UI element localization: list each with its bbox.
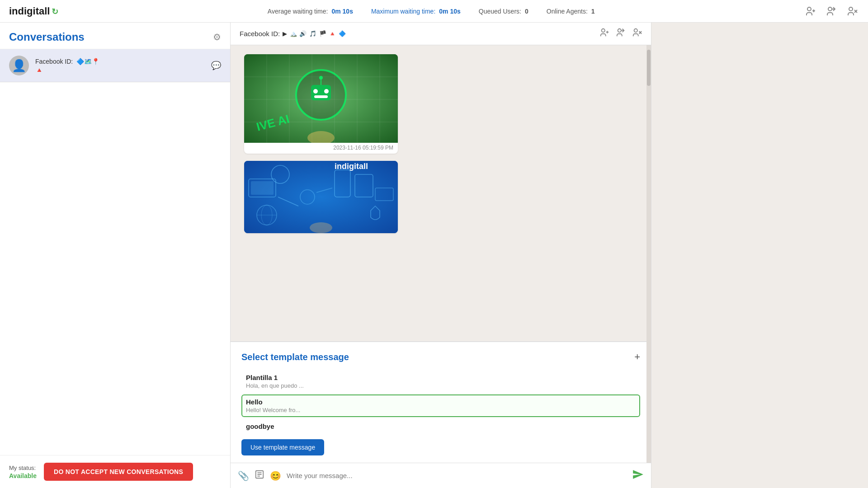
chat-bubble-icon[interactable]: 💬 bbox=[211, 61, 221, 70]
chat-header-id: Facebook ID: ▶ 🏔️ 🔊 🎵 🏴 🔺 🔷 bbox=[240, 30, 346, 38]
template-preview-hello: Hello! Welcome fro... bbox=[246, 407, 636, 413]
top-bar: indigitall↻ Average waiting time: 0m 10s… bbox=[0, 0, 868, 23]
online-agents-stat: Online Agents: 1 bbox=[547, 8, 595, 15]
template-preview-plantilla1: Hola, en que puedo ... bbox=[246, 382, 636, 389]
conv-id: Facebook ID: 🔷🗺️📍 bbox=[35, 58, 205, 65]
logo: indigitall↻ bbox=[9, 5, 58, 17]
main-layout: Conversations ⚙ 👤 Facebook ID: 🔷🗺️📍 🔺 💬 bbox=[0, 23, 868, 488]
template-name-hello: Hello bbox=[246, 398, 636, 406]
top-bar-stats: Average waiting time: 0m 10s Maximum wai… bbox=[268, 8, 595, 15]
template-panel-title: Select template message bbox=[241, 352, 349, 362]
message-1-timestamp: 2023-11-16 05:19:59 PM bbox=[244, 143, 398, 154]
add-template-button[interactable]: + bbox=[634, 351, 640, 363]
my-status: My status: Available bbox=[9, 465, 37, 479]
max-waiting-value: 0m 10s bbox=[439, 8, 460, 15]
message-1-image: IVE AI bbox=[244, 54, 398, 143]
attach-icon[interactable]: 📎 bbox=[238, 470, 249, 481]
svg-point-3 bbox=[828, 7, 832, 11]
svg-point-5 bbox=[849, 7, 853, 11]
send-button[interactable] bbox=[632, 469, 644, 483]
settings-gear-icon[interactable]: ⚙ bbox=[213, 32, 221, 42]
svg-rect-30 bbox=[314, 95, 328, 98]
chat-input-bar: 📎 😊 bbox=[231, 463, 651, 488]
svg-point-0 bbox=[807, 7, 811, 11]
chat-scrollbar-thumb bbox=[647, 50, 651, 86]
sidebar-header: Conversations ⚙ bbox=[0, 23, 230, 49]
sidebar-title: Conversations bbox=[9, 31, 85, 43]
sidebar: Conversations ⚙ 👤 Facebook ID: 🔷🗺️📍 🔺 💬 bbox=[0, 23, 231, 488]
svg-rect-37 bbox=[251, 181, 274, 195]
sidebar-bottom: My status: Available DO NOT ACCEPT NEW C… bbox=[0, 455, 230, 488]
template-name-goodbye: goodbye bbox=[246, 422, 636, 430]
template-item-plantilla1[interactable]: Plantilla 1 Hola, en que puedo ... bbox=[241, 370, 640, 393]
queued-value: 0 bbox=[525, 8, 528, 15]
template-item-hello[interactable]: Hello Hello! Welcome fro... bbox=[241, 394, 640, 417]
close-chat-icon[interactable] bbox=[632, 28, 642, 40]
avatar: 👤 bbox=[9, 56, 29, 75]
template-item-goodbye[interactable]: goodbye bbox=[241, 419, 640, 434]
svg-point-11 bbox=[618, 29, 621, 32]
template-header: Select template message + bbox=[241, 351, 640, 363]
transfer-icon[interactable] bbox=[825, 5, 838, 18]
right-panel bbox=[651, 23, 868, 488]
template-icon[interactable] bbox=[255, 469, 264, 482]
svg-point-29 bbox=[324, 89, 329, 94]
avg-waiting-label: Average waiting time: bbox=[268, 8, 328, 15]
avg-waiting-value: 0m 10s bbox=[331, 8, 353, 15]
conv-icons: 🔺 bbox=[35, 66, 205, 74]
avg-waiting-stat: Average waiting time: 0m 10s bbox=[268, 8, 353, 15]
online-value: 1 bbox=[591, 8, 595, 15]
conversation-item[interactable]: 👤 Facebook ID: 🔷🗺️📍 🔺 💬 bbox=[0, 49, 230, 82]
max-waiting-label: Maximum waiting time: bbox=[371, 8, 435, 15]
top-bar-actions bbox=[804, 5, 859, 18]
conv-info: Facebook ID: 🔷🗺️📍 🔺 bbox=[35, 58, 205, 74]
my-status-value: Available bbox=[9, 472, 37, 479]
chat-scrollbar[interactable] bbox=[646, 45, 651, 463]
chat-messages: IVE AI 2023-11-16 05:19:59 PM bbox=[231, 45, 651, 341]
sidebar-empty bbox=[0, 82, 230, 455]
transfer-chat-icon[interactable] bbox=[616, 28, 626, 40]
svg-point-8 bbox=[602, 29, 605, 32]
message-1-image-bg: IVE AI bbox=[244, 54, 398, 143]
use-template-button[interactable]: Use template message bbox=[241, 439, 324, 455]
template-list: Plantilla 1 Hola, en que puedo ... Hello… bbox=[241, 370, 640, 434]
do-not-accept-button[interactable]: DO NOT ACCEPT NEW CONVERSATIONS bbox=[44, 463, 193, 481]
queued-users-stat: Queued Users: 0 bbox=[479, 8, 528, 15]
avatar-icon: 👤 bbox=[12, 59, 26, 73]
template-name-plantilla1: Plantilla 1 bbox=[246, 374, 636, 381]
chat-header: Facebook ID: ▶ 🏔️ 🔊 🎵 🏴 🔺 🔷 bbox=[231, 23, 651, 45]
message-input[interactable] bbox=[287, 472, 627, 479]
message-1: IVE AI 2023-11-16 05:19:59 PM bbox=[244, 54, 398, 154]
chat-area: Facebook ID: ▶ 🏔️ 🔊 🎵 🏴 🔺 🔷 bbox=[231, 23, 651, 488]
svg-point-28 bbox=[313, 89, 318, 94]
max-waiting-stat: Maximum waiting time: 0m 10s bbox=[371, 8, 461, 15]
chat-header-actions bbox=[599, 28, 642, 40]
emoji-icon[interactable]: 😊 bbox=[270, 470, 281, 481]
message-2: indigitall bbox=[244, 161, 398, 233]
queued-label: Queued Users: bbox=[479, 8, 521, 15]
svg-text:indigitall: indigitall bbox=[335, 162, 368, 171]
logo-icon: ↻ bbox=[52, 7, 58, 16]
add-user-icon[interactable] bbox=[804, 5, 817, 18]
svg-point-47 bbox=[310, 222, 332, 233]
template-panel: Select template message + Plantilla 1 Ho… bbox=[231, 341, 651, 463]
online-label: Online Agents: bbox=[547, 8, 588, 15]
add-participant-icon[interactable] bbox=[599, 28, 609, 40]
svg-point-32 bbox=[319, 76, 323, 80]
logo-text: indigitall↻ bbox=[9, 5, 58, 17]
close-conversation-icon[interactable] bbox=[845, 5, 859, 18]
message-2-image: indigitall bbox=[244, 161, 398, 233]
svg-point-13 bbox=[634, 29, 637, 32]
my-status-label: My status: bbox=[9, 465, 37, 471]
message-2-image-bg: indigitall bbox=[244, 161, 398, 233]
